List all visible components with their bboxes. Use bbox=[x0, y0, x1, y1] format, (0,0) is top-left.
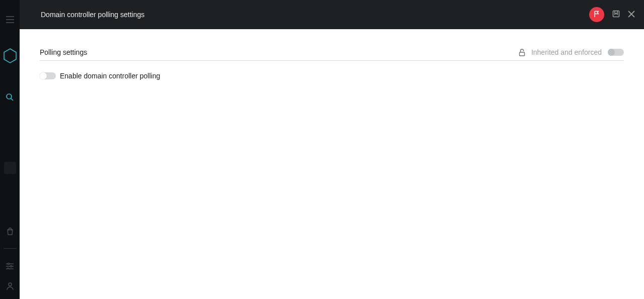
sidebar-rail bbox=[0, 0, 20, 299]
search-icon bbox=[6, 93, 14, 101]
sliders-icon[interactable] bbox=[6, 263, 14, 269]
panel-header: Domain controller polling settings bbox=[20, 0, 644, 29]
toggle-knob bbox=[608, 49, 615, 56]
svg-point-4 bbox=[7, 94, 12, 99]
panel-body: Polling settings Inherited and enforced bbox=[20, 29, 644, 299]
lock-open-icon[interactable] bbox=[519, 49, 525, 56]
search-button[interactable] bbox=[0, 93, 20, 101]
menu-icon[interactable] bbox=[6, 16, 14, 23]
svg-line-5 bbox=[11, 98, 13, 101]
toggle-knob bbox=[40, 72, 47, 79]
svg-point-12 bbox=[9, 283, 12, 286]
svg-point-9 bbox=[10, 265, 12, 267]
close-icon bbox=[628, 11, 635, 19]
user-icon[interactable] bbox=[7, 282, 14, 290]
svg-marker-3 bbox=[4, 49, 16, 63]
sidebar-selected-indicator bbox=[4, 162, 16, 174]
page-title: Domain controller polling settings bbox=[41, 11, 589, 19]
enable-polling-row: Enable domain controller polling bbox=[40, 72, 624, 80]
main-panel: Domain controller polling settings bbox=[20, 0, 644, 299]
header-actions bbox=[589, 7, 635, 22]
app-logo[interactable] bbox=[0, 48, 20, 63]
enable-polling-label: Enable domain controller polling bbox=[60, 72, 160, 80]
section-header: Polling settings Inherited and enforced bbox=[40, 48, 624, 61]
bookmark-button[interactable] bbox=[612, 10, 620, 19]
svg-point-11 bbox=[7, 268, 9, 269]
flag-button[interactable] bbox=[589, 7, 604, 22]
flag-icon bbox=[593, 11, 600, 19]
inherit-enforce-label: Inherited and enforced bbox=[531, 48, 602, 56]
enable-polling-toggle[interactable] bbox=[40, 72, 56, 79]
svg-rect-16 bbox=[519, 52, 524, 56]
svg-point-7 bbox=[8, 263, 9, 264]
bookmark-icon bbox=[612, 10, 620, 19]
shopping-bag-icon[interactable] bbox=[7, 228, 14, 235]
inherit-enforce-toggle[interactable] bbox=[608, 49, 624, 56]
sidebar-divider bbox=[4, 248, 17, 249]
close-button[interactable] bbox=[628, 11, 635, 19]
section-title: Polling settings bbox=[40, 48, 87, 56]
